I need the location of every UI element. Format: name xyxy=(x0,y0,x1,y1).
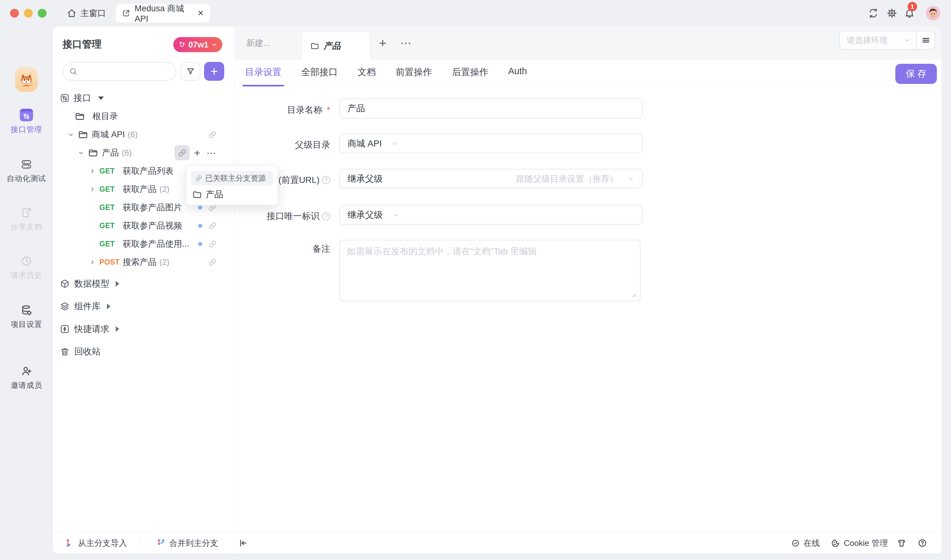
tab-more-button[interactable]: ⋯ xyxy=(396,26,415,60)
rail-item-automation[interactable]: 自动化测试 xyxy=(0,158,53,183)
layers-icon xyxy=(60,302,70,311)
content-tab-4[interactable]: 后置操作 xyxy=(452,66,489,78)
child-count: (2) xyxy=(159,185,170,194)
content-tab-2[interactable]: 文档 xyxy=(358,66,376,78)
share-doc-icon xyxy=(20,207,32,219)
row-more-button[interactable]: ⋯ xyxy=(204,144,219,162)
titlebar: 主窗口 Medusa 商城 API ✕ 1 xyxy=(0,0,951,26)
chevron-right-icon[interactable] xyxy=(89,168,99,174)
method-tag: GET xyxy=(99,185,123,194)
doc-tab-active-label: 产品 xyxy=(324,40,341,52)
layout-menu-button[interactable] xyxy=(917,36,935,45)
tree-row-group-0[interactable]: 接口 xyxy=(53,89,234,107)
project-logo[interactable] xyxy=(15,67,38,92)
linked-branch-button[interactable] xyxy=(174,145,190,160)
tree-row-section-11[interactable]: 组件库 xyxy=(53,297,234,315)
add-doc-tab-button[interactable]: + xyxy=(373,26,392,60)
branch-selector-badge[interactable]: 07w1 xyxy=(173,37,222,52)
search-input[interactable] xyxy=(81,67,170,76)
chevron-down-icon xyxy=(627,175,634,182)
tree-row-rootfolder-1[interactable]: 根目录 xyxy=(53,107,234,125)
online-label: 在线 xyxy=(803,538,820,549)
tree-search-box[interactable] xyxy=(63,62,176,81)
theme-gift-button[interactable] xyxy=(897,532,906,554)
fox-logo-icon xyxy=(17,71,35,89)
rail-item-project-settings[interactable]: 项目设置 xyxy=(0,304,53,329)
save-button[interactable]: 保存 xyxy=(896,64,937,84)
caret-right-icon[interactable] xyxy=(116,326,119,332)
rail-item-share-doc[interactable]: 分享文档 xyxy=(0,207,53,232)
titlebar-divider xyxy=(111,8,111,18)
rail-item-invite[interactable]: 邀请成员 xyxy=(0,365,53,390)
method-tag: POST xyxy=(99,258,123,266)
link-icon[interactable] xyxy=(208,131,217,139)
help-circle-icon[interactable]: ? xyxy=(322,212,330,220)
chevron-right-icon[interactable] xyxy=(89,186,99,192)
parent-folder-select[interactable]: 商城 API xyxy=(339,134,643,153)
filter-button[interactable] xyxy=(181,62,200,81)
tree-section-label: 数据模型 xyxy=(74,278,109,290)
environment-select[interactable]: 请选择环境 xyxy=(840,35,904,46)
link-icon[interactable] xyxy=(208,222,217,230)
external-link-icon xyxy=(122,9,130,17)
content-tab-0[interactable]: 目录设置 xyxy=(245,66,282,78)
content-tab-5[interactable]: Auth xyxy=(508,66,527,78)
tree-row-section-10[interactable]: 数据模型 xyxy=(53,275,234,293)
tree-row-get-api-8[interactable]: GET获取参产品使用... xyxy=(53,235,234,253)
online-status[interactable]: 在线 xyxy=(791,532,820,554)
tree-row-get-api-7[interactable]: GET获取参产品视频 xyxy=(53,217,234,235)
sync-button[interactable] xyxy=(868,8,879,18)
method-tag: GET xyxy=(99,240,123,248)
project-window-tab[interactable]: Medusa 商城 API ✕ xyxy=(116,4,210,23)
remark-textarea[interactable] xyxy=(339,240,641,302)
link-icon[interactable] xyxy=(208,240,217,248)
caret-down-icon[interactable] xyxy=(98,97,104,100)
tree-row-post-api-9[interactable]: POST搜索产品(2) xyxy=(53,253,234,271)
resize-handle-icon[interactable] xyxy=(631,292,637,298)
caret-right-icon[interactable] xyxy=(116,281,119,286)
linked-resource-item[interactable]: 产品 xyxy=(193,189,272,200)
chevron-down-icon[interactable] xyxy=(78,150,88,156)
folder-name-input[interactable]: 产品 xyxy=(339,98,643,118)
home-window-button[interactable]: 主窗口 xyxy=(67,0,106,26)
tree-row-section-12[interactable]: 快捷请求 xyxy=(53,320,234,338)
chevron-down-icon[interactable] xyxy=(68,132,78,138)
traffic-zoom-button[interactable] xyxy=(38,9,46,18)
content-tab-3[interactable]: 前置操作 xyxy=(396,66,432,78)
caret-right-icon[interactable] xyxy=(107,303,110,309)
help-button[interactable] xyxy=(918,532,927,554)
add-child-button[interactable]: + xyxy=(190,144,204,162)
cookie-icon xyxy=(831,538,840,548)
doc-tab-active[interactable]: 产品 xyxy=(302,32,370,60)
help-circle-icon[interactable]: ? xyxy=(322,176,330,184)
settings-gear-button[interactable] xyxy=(886,8,897,18)
content-tab-1[interactable]: 全部接口 xyxy=(301,66,338,78)
trash-icon xyxy=(60,347,70,357)
close-tab-icon[interactable]: ✕ xyxy=(197,9,204,18)
tree-row-folder-3[interactable]: 产品(6)+⋯ xyxy=(53,144,234,162)
user-avatar[interactable] xyxy=(926,6,940,20)
link-icon[interactable] xyxy=(208,258,217,266)
import-from-main-button[interactable]: 从主分支导入 xyxy=(65,532,127,554)
home-window-label: 主窗口 xyxy=(80,8,106,19)
tree-api-label: 获取产品 xyxy=(123,183,157,195)
tree-folder-label: 商城 API xyxy=(92,129,125,140)
rail-item-api-manage[interactable]: 接口管理 xyxy=(0,109,53,134)
traffic-close-button[interactable] xyxy=(10,9,19,18)
environment-selector-group: 请选择环境 xyxy=(839,31,935,50)
api-identity-select[interactable]: 继承父级 xyxy=(339,205,643,225)
api-tree: 接口根目录商城 API(6)产品(6)+⋯GET获取产品列表GET获取产品(2)… xyxy=(53,89,234,361)
add-resource-button[interactable] xyxy=(204,62,224,81)
more-dots-icon: ⋯ xyxy=(400,37,412,50)
method-tag: GET xyxy=(99,167,123,175)
service-url-select[interactable]: 继承父级 跟随父级目录设置（推荐） xyxy=(339,169,643,189)
doc-tab-new[interactable]: 新建... xyxy=(239,26,278,60)
collapse-sidebar-button[interactable] xyxy=(238,532,248,554)
traffic-minimize-button[interactable] xyxy=(24,9,33,18)
rail-item-history[interactable]: 请求历史 xyxy=(0,255,53,280)
chevron-right-icon[interactable] xyxy=(89,259,99,265)
tree-row-folder-2[interactable]: 商城 API(6) xyxy=(53,125,234,144)
merge-to-main-button[interactable]: 合并到主分支 xyxy=(157,532,218,554)
tree-row-section-13[interactable]: 回收站 xyxy=(53,343,234,361)
cookie-manage-button[interactable]: Cookie 管理 xyxy=(831,532,888,554)
